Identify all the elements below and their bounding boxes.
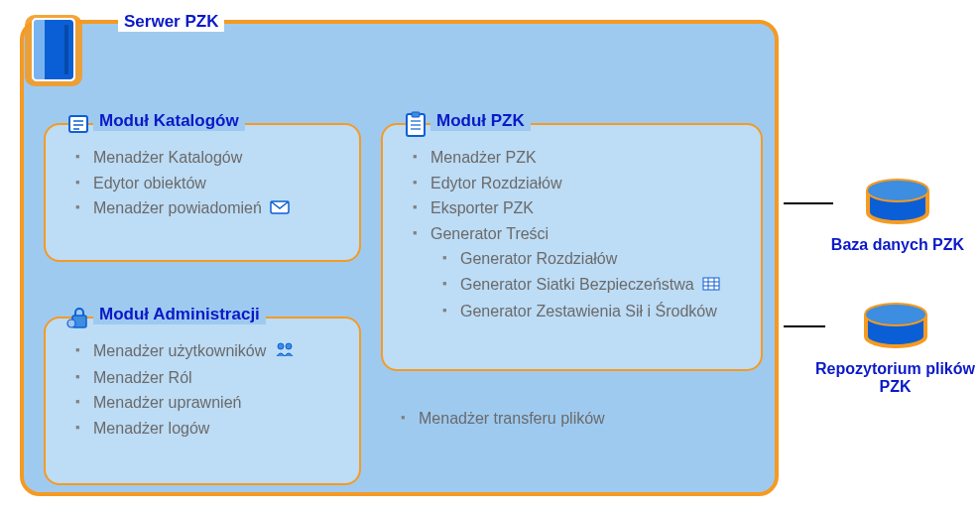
database-block: Baza danych PZK bbox=[823, 179, 972, 254]
svg-point-11 bbox=[67, 320, 75, 327]
list-item-label: Menadżer powiadomień bbox=[93, 199, 262, 216]
list-item-label: Generator Siatki Bezpieczeństwa bbox=[460, 276, 694, 293]
module-admin-title: Moduł Administracji bbox=[93, 305, 266, 324]
repository-label: Repozytorium plików PZK bbox=[813, 360, 977, 396]
server-icon bbox=[19, 9, 88, 97]
svg-point-27 bbox=[868, 181, 927, 200]
svg-rect-4 bbox=[64, 25, 68, 74]
admin-list: Menadżer użytkowników Menadżer Ról Menad… bbox=[75, 338, 341, 441]
list-item-label: Menadżer użytkowników bbox=[93, 342, 266, 359]
module-catalogs-title: Moduł Katalogów bbox=[93, 111, 245, 131]
list-item: Menadżer powiadomień bbox=[75, 195, 341, 222]
list-item: Menadżer logów bbox=[75, 416, 341, 442]
svg-point-13 bbox=[286, 343, 292, 349]
users-icon bbox=[275, 339, 295, 365]
list-item: Generator Treści Generator Rozdziałów Ge… bbox=[413, 221, 743, 323]
list-item: Generator Zestawienia Sił i Środków bbox=[442, 299, 743, 324]
list-item: Menadżer uprawnień bbox=[75, 390, 341, 416]
list-item: Generator Siatki Bezpieczeństwa bbox=[442, 272, 743, 299]
database-icon bbox=[863, 214, 932, 231]
module-catalogs: Moduł Katalogów Menadżer Katalogów Edyto… bbox=[44, 123, 361, 262]
list-item: Menadżer Katalogów bbox=[75, 145, 341, 171]
pzk-list: Menadżer PZK Edytor Rozdziałów Eksporter… bbox=[413, 145, 743, 323]
server-container: Serwer PZK Moduł Katalogów Menadżer Kata… bbox=[20, 20, 779, 496]
svg-rect-2 bbox=[33, 19, 45, 80]
repository-icon bbox=[861, 338, 930, 355]
pzk-sublist: Generator Rozdziałów Generator Siatki Be… bbox=[442, 246, 743, 323]
database-label: Baza danych PZK bbox=[823, 236, 972, 254]
repository-block: Repozytorium plików PZK bbox=[813, 303, 977, 396]
module-admin: Moduł Administracji Menadżer użytkownikó… bbox=[44, 317, 361, 485]
catalogs-list: Menadżer Katalogów Edytor obiektów Menad… bbox=[75, 145, 341, 222]
list-item: Menadżer PZK bbox=[413, 145, 743, 171]
list-item: Generator Rozdziałów bbox=[442, 246, 743, 272]
list-item-label: Generator Treści bbox=[430, 225, 549, 242]
server-title: Serwer PZK bbox=[118, 12, 224, 32]
svg-point-12 bbox=[278, 343, 284, 349]
mail-icon bbox=[270, 196, 290, 222]
file-transfer-list: Menadżer transferu plików bbox=[401, 406, 748, 432]
list-item: Eksporter PZK bbox=[413, 195, 743, 221]
list-item: Menadżer użytkowników bbox=[75, 338, 341, 365]
svg-rect-19 bbox=[703, 278, 719, 290]
lock-icon bbox=[65, 304, 93, 335]
list-item: Edytor obiektów bbox=[75, 171, 341, 196]
catalog-icon bbox=[65, 110, 93, 142]
list-item: Menadżer transferu plików bbox=[401, 406, 748, 432]
module-pzk: Moduł PZK Menadżer PZK Edytor Rozdziałów… bbox=[381, 123, 763, 371]
clipboard-icon bbox=[403, 110, 429, 144]
list-item: Menadżer Ról bbox=[75, 365, 341, 391]
svg-rect-15 bbox=[412, 112, 420, 117]
module-pzk-title: Moduł PZK bbox=[430, 111, 531, 131]
list-item: Edytor Rozdziałów bbox=[413, 171, 743, 196]
grid-icon bbox=[702, 273, 720, 299]
svg-point-31 bbox=[866, 305, 925, 324]
